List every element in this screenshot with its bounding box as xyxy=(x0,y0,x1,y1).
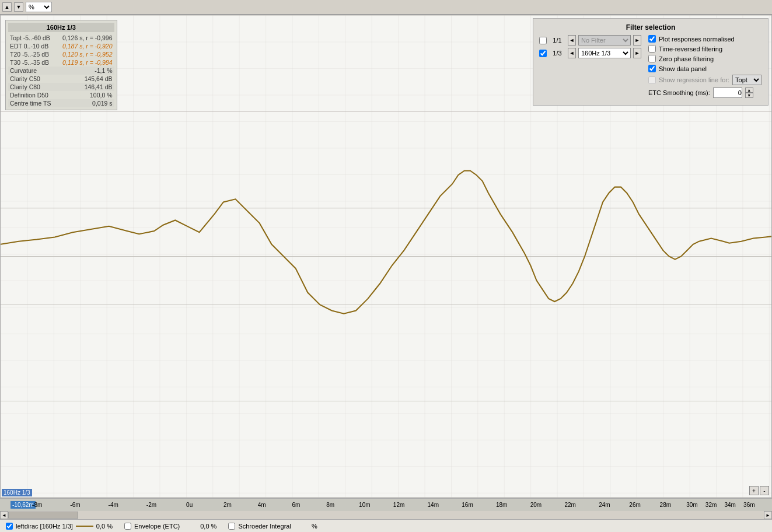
t20-label: T20 -5..-25 dB xyxy=(10,51,62,58)
legend-envelope-label: Envelope (ETC) xyxy=(134,523,180,530)
data-panel-title: 160Hz 1/3 xyxy=(8,23,114,32)
filter-2-next[interactable]: ► xyxy=(633,48,641,58)
filter-panel-title: Filter selection xyxy=(539,23,762,32)
regression-label: Show regression line for: xyxy=(659,76,729,83)
data-row-c50: Clarity C50 145,64 dB xyxy=(8,75,114,83)
curvature-value: -1,1 % xyxy=(95,67,112,74)
scroll-left-button[interactable]: ◄ xyxy=(0,511,8,519)
x-label-18: 28m xyxy=(660,502,671,508)
regression-row: Show regression line for: Topt xyxy=(648,75,762,85)
filter-1-next[interactable]: ► xyxy=(633,35,641,46)
x-label-19: 30m xyxy=(686,502,697,508)
toolbar: ▲ ▼ % dB xyxy=(0,0,772,15)
data-row-c80: Clarity C80 146,41 dB xyxy=(8,83,114,91)
topt-label: Topt -5..-60 dB xyxy=(10,34,62,41)
c50-label: Clarity C50 xyxy=(10,75,62,82)
ts-label: Centre time TS xyxy=(10,100,62,107)
option-zero-phase-checkbox[interactable] xyxy=(648,55,656,62)
data-panel: 160Hz 1/3 Topt -5..-60 dB 0,126 s, r = -… xyxy=(5,20,117,110)
filter-1-checkbox[interactable] xyxy=(539,37,547,44)
option-time-reversed-label: Time-reversed filtering xyxy=(659,46,722,52)
legend-leftdirac-percent: 0,0 % xyxy=(96,523,113,530)
x-label-0: -8m xyxy=(32,502,42,508)
filter-1-prev[interactable]: ◄ xyxy=(568,35,576,46)
nav-up-button[interactable]: ▲ xyxy=(2,2,12,12)
option-zero-phase-label: Zero phase filtering xyxy=(659,55,714,62)
legend-schroeder-checkbox[interactable] xyxy=(228,523,235,530)
legend-envelope-checkbox[interactable] xyxy=(124,523,131,530)
option-time-reversed-row: Time-reversed filtering xyxy=(648,45,762,52)
ts-value: 0,019 s xyxy=(92,100,112,107)
scrollbar-track[interactable] xyxy=(8,511,764,519)
option-time-reversed-checkbox[interactable] xyxy=(648,45,656,52)
etc-spin-down[interactable]: ▼ xyxy=(745,93,753,98)
toolbar-left: ▲ ▼ % dB xyxy=(2,2,52,12)
legend-leftdirac-checkbox[interactable] xyxy=(6,523,13,530)
d50-value: 100,0 % xyxy=(90,92,113,99)
legend-bar: leftdirac [160Hz 1/3] 0,0 % Envelope (ET… xyxy=(0,519,772,532)
regression-select[interactable]: Topt xyxy=(732,75,761,85)
data-row-topt: Topt -5..-60 dB 0,126 s, r = -0,996 xyxy=(8,34,114,42)
zoom-in-button[interactable]: + xyxy=(749,486,759,495)
filter-2-checkbox[interactable] xyxy=(539,50,547,57)
filter-1-select[interactable]: No Filter xyxy=(578,35,631,46)
x-label-6: 4m xyxy=(258,502,266,508)
option-show-data-checkbox[interactable] xyxy=(648,65,656,72)
x-label-17: 26m xyxy=(629,502,640,508)
x-label-16: 24m xyxy=(599,502,610,508)
x-label-4: 0u xyxy=(186,502,193,508)
x-label-22: 36m xyxy=(743,502,754,508)
legend-envelope-percent: 0,0 % xyxy=(200,523,216,530)
d50-label: Definition D50 xyxy=(10,92,62,99)
t20-value: 0,120 s, r = -0,952 xyxy=(62,51,113,58)
etc-input[interactable] xyxy=(713,88,742,98)
legend-leftdirac-label: leftdirac [160Hz 1/3] xyxy=(16,523,73,530)
option-normalised-row: Plot responses normalised xyxy=(648,35,762,43)
x-label-20: 32m xyxy=(705,502,717,508)
x-axis: -10,62m -8m -6m -4m -2m 0u 2m 4m 6m 8m 1… xyxy=(0,498,772,511)
chart-area: 160Hz 1/3 Topt -5..-60 dB 0,126 s, r = -… xyxy=(0,15,772,532)
x-label-15: 22m xyxy=(564,502,575,508)
option-show-data-row: Show data panel xyxy=(648,65,762,72)
filter-2-prev[interactable]: ◄ xyxy=(568,48,576,58)
x-label-7: 6m xyxy=(292,502,300,508)
filter-1-fraction: 1/1 xyxy=(549,37,565,44)
unit-select[interactable]: % dB xyxy=(26,2,52,12)
option-zero-phase-row: Zero phase filtering xyxy=(648,55,762,62)
legend-item-schroeder: Schroeder Integral % xyxy=(228,523,317,530)
etc-row: ETC Smoothing (ms): ▲ ▼ xyxy=(648,88,762,98)
data-row-d50: Definition D50 100,0 % xyxy=(8,91,114,99)
data-row-curvature: Curvature -1,1 % xyxy=(8,66,114,75)
filter-panel: Filter selection 1/1 ◄ No Filter xyxy=(533,18,768,106)
option-normalised-label: Plot responses normalised xyxy=(659,36,735,43)
scrollbar-area: ◄ ► xyxy=(0,511,772,519)
topt-value: 0,126 s, r = -0,996 xyxy=(62,34,113,41)
zoom-out-button[interactable]: - xyxy=(760,486,769,495)
main-container: ▲ ▼ % dB xyxy=(0,0,772,532)
edt-value: 0,187 s, r = -0,920 xyxy=(62,43,113,50)
x-label-14: 20m xyxy=(530,502,542,508)
etc-spinner: ▲ ▼ xyxy=(745,88,753,98)
c80-label: Clarity C80 xyxy=(10,83,62,90)
filter-2-select[interactable]: 160Hz 1/3 xyxy=(578,48,631,58)
scrollbar-thumb[interactable] xyxy=(8,512,78,519)
x-label-10: 12m xyxy=(393,502,404,508)
x-label-8: 8m xyxy=(326,502,334,508)
data-row-t30: T30 -5..-35 dB 0,119 s, r = -0,984 xyxy=(8,58,114,66)
etc-spin-up[interactable]: ▲ xyxy=(745,88,753,93)
nav-down-button[interactable]: ▼ xyxy=(14,2,23,12)
x-label-11: 14m xyxy=(428,502,439,508)
c80-value: 146,41 dB xyxy=(85,83,113,90)
zoom-controls: + - xyxy=(749,486,769,495)
data-row-edt: EDT 0..-10 dB 0,187 s, r = -0,920 xyxy=(8,42,114,50)
regression-checkbox[interactable] xyxy=(648,76,656,84)
t30-label: T30 -5..-35 dB xyxy=(10,59,62,66)
option-show-data-label: Show data panel xyxy=(659,65,707,72)
scroll-right-button[interactable]: ► xyxy=(764,511,772,519)
legend-schroeder-percent: % xyxy=(312,523,317,530)
x-label-9: 10m xyxy=(359,502,370,508)
option-normalised-checkbox[interactable] xyxy=(648,35,656,43)
curvature-label: Curvature xyxy=(10,67,62,74)
legend-leftdirac-line xyxy=(76,524,93,528)
legend-item-leftdirac: leftdirac [160Hz 1/3] 0,0 % xyxy=(6,523,113,530)
